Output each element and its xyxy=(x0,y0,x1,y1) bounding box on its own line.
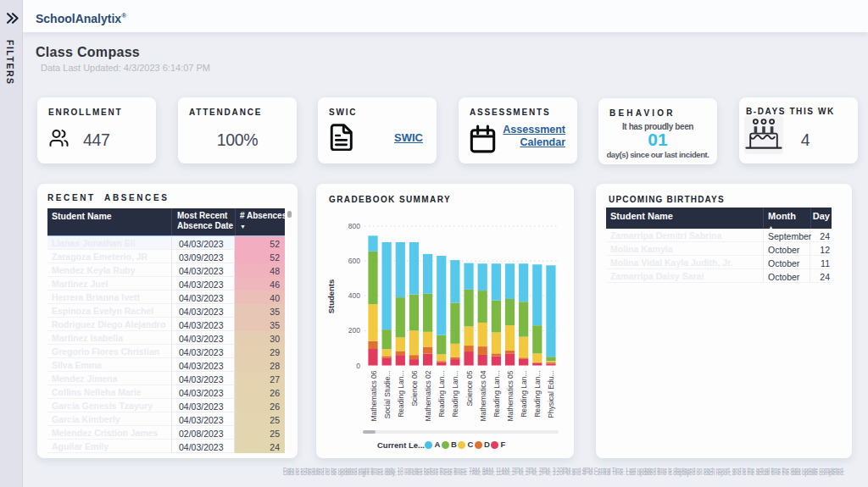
svg-text:Reading Lan...: Reading Lan... xyxy=(520,371,528,418)
svg-text:Reading Lan...: Reading Lan... xyxy=(533,371,542,418)
svg-text:Reading Lan...: Reading Lan... xyxy=(492,371,501,418)
svg-text:Science 05: Science 05 xyxy=(465,370,474,406)
svg-text:Mathematics 04: Mathematics 04 xyxy=(479,370,487,421)
svg-text:Mathematics 06: Mathematics 06 xyxy=(370,370,378,421)
svg-text:Students: Students xyxy=(326,279,336,314)
svg-text:0: 0 xyxy=(356,362,360,370)
svg-text:200: 200 xyxy=(348,326,360,335)
svg-text:Reading Lan...: Reading Lan... xyxy=(451,371,459,418)
svg-text:Reading Lan...: Reading Lan... xyxy=(437,371,446,418)
svg-text:Physical Edu...: Physical Edu... xyxy=(547,371,555,418)
svg-text:Science 06: Science 06 xyxy=(410,370,419,406)
svg-text:Mathematics 05: Mathematics 05 xyxy=(506,370,515,421)
svg-text:800: 800 xyxy=(348,222,360,230)
svg-text:Social Studie...: Social Studie... xyxy=(383,371,392,419)
svg-text:Reading Lan...: Reading Lan... xyxy=(397,371,405,418)
svg-text:Mathematics 02: Mathematics 02 xyxy=(424,370,432,421)
svg-text:600: 600 xyxy=(348,257,360,265)
svg-text:400: 400 xyxy=(348,291,360,300)
